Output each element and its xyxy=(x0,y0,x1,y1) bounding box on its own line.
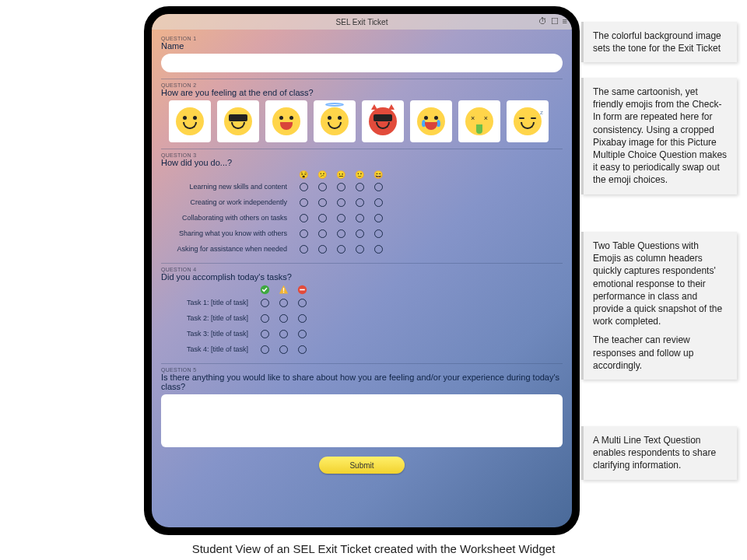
emoji-crying[interactable] xyxy=(410,100,452,142)
app-title: SEL Exit Ticket xyxy=(336,18,388,26)
row-label: Task 4: [title of task] xyxy=(161,345,254,353)
row-label: Learning new skills and content xyxy=(161,183,293,191)
matrix-row: Collaborating with others on tasks xyxy=(161,210,563,226)
column-emoji-icon: 😐 xyxy=(332,170,349,179)
row-label: Collaborating with others on tasks xyxy=(161,214,293,222)
matrix-row: Learning new skills and content xyxy=(161,179,563,194)
emoji-sleepy[interactable]: z xyxy=(507,100,549,142)
title-bar: SEL Exit Ticket ⏱ ☐ ≡ xyxy=(152,14,572,30)
radio-option[interactable] xyxy=(374,183,383,191)
divider xyxy=(161,363,563,364)
menu-icon[interactable]: ≡ xyxy=(563,16,567,26)
callout-emojis: The same cartoonish, yet friendly emojis… xyxy=(581,78,737,194)
emoji-cool-sunglasses[interactable] xyxy=(217,100,259,142)
svg-rect-2 xyxy=(282,292,283,292)
column-emoji-icon: 😄 xyxy=(370,170,387,179)
share-textarea[interactable] xyxy=(161,394,563,447)
form-content: QUESTION 1 Name QUESTION 2 How are you f… xyxy=(152,30,572,527)
q5-title: Is there anything you would like to shar… xyxy=(161,373,563,391)
emoji-angel[interactable] xyxy=(314,100,356,142)
radio-option[interactable] xyxy=(300,183,308,191)
q4-title: Did you accomplish today's tasks? xyxy=(161,272,563,282)
radio-option[interactable] xyxy=(318,214,327,222)
q1-label: QUESTION 1 xyxy=(161,36,563,41)
radio-option[interactable] xyxy=(300,245,308,254)
q3-label: QUESTION 3 xyxy=(161,152,563,158)
q1-title: Name xyxy=(161,41,563,51)
matrix-row: Task 2: [title of task] xyxy=(161,310,563,326)
column-emoji-icon: 😕 xyxy=(314,170,331,179)
radio-option[interactable] xyxy=(337,198,345,207)
radio-option[interactable] xyxy=(318,245,327,254)
column-emoji-icon: 🙂 xyxy=(351,170,368,179)
radio-option[interactable] xyxy=(261,299,269,307)
callout-tables: Two Table Questions with Emojis as colum… xyxy=(581,232,737,380)
radio-option[interactable] xyxy=(374,214,383,222)
radio-option[interactable] xyxy=(298,330,307,338)
radio-option[interactable] xyxy=(318,229,327,238)
row-label: Sharing what you know with others xyxy=(161,229,293,237)
radio-option[interactable] xyxy=(261,345,269,354)
callout-multiline: A Multi Line Text Question enables respo… xyxy=(581,426,737,480)
q2-title: How are you feeling at the end of class? xyxy=(161,88,563,97)
radio-option[interactable] xyxy=(298,345,307,354)
divider xyxy=(161,149,563,149)
radio-option[interactable] xyxy=(356,229,364,238)
radio-option[interactable] xyxy=(261,314,269,323)
tablet-frame: SEL Exit Ticket ⏱ ☐ ≡ QUESTION 1 Name QU… xyxy=(144,6,580,535)
radio-option[interactable] xyxy=(337,245,345,254)
column-emoji-icon: 😵 xyxy=(295,170,312,179)
clock-icon[interactable]: ⏱ xyxy=(538,16,547,26)
emoji-smiling[interactable] xyxy=(169,100,211,142)
radio-option[interactable] xyxy=(300,198,308,207)
radio-option[interactable] xyxy=(337,214,345,222)
radio-option[interactable] xyxy=(374,245,383,254)
svg-rect-4 xyxy=(300,289,305,291)
matrix-row: Asking for assistance when needed xyxy=(161,241,563,257)
not-done-icon xyxy=(293,285,310,295)
emoji-laughing[interactable] xyxy=(265,100,307,142)
radio-option[interactable] xyxy=(298,299,307,307)
radio-option[interactable] xyxy=(279,345,288,354)
q3-matrix: 😵😕😐🙂😄Learning new skills and contentCrea… xyxy=(161,170,563,257)
q4-label: QUESTION 4 xyxy=(161,267,563,272)
radio-option[interactable] xyxy=(279,299,288,307)
radio-option[interactable] xyxy=(337,183,345,191)
radio-option[interactable] xyxy=(318,198,327,207)
radio-option[interactable] xyxy=(318,183,327,191)
radio-option[interactable] xyxy=(374,229,383,238)
figure-caption: Student View of an SEL Exit Ticket creat… xyxy=(0,542,747,555)
radio-option[interactable] xyxy=(298,314,307,323)
row-label: Creating or work independently xyxy=(161,198,293,206)
name-input[interactable] xyxy=(161,54,563,72)
q2-label: QUESTION 2 xyxy=(161,82,563,88)
radio-option[interactable] xyxy=(356,198,364,207)
radio-option[interactable] xyxy=(279,330,288,338)
callout-background: The colorful background image sets the t… xyxy=(581,22,737,62)
radio-option[interactable] xyxy=(300,229,308,238)
matrix-row: Task 3: [title of task] xyxy=(161,326,563,341)
radio-option[interactable] xyxy=(337,229,345,238)
radio-option[interactable] xyxy=(300,214,308,222)
radio-option[interactable] xyxy=(356,245,364,254)
box-icon[interactable]: ☐ xyxy=(551,16,559,26)
radio-option[interactable] xyxy=(374,198,383,207)
matrix-row: Creating or work independently xyxy=(161,194,563,210)
matrix-row: Task 4: [title of task] xyxy=(161,341,563,357)
radio-option[interactable] xyxy=(356,214,364,222)
emoji-sick[interactable]: ×× xyxy=(458,100,500,142)
emoji-choice-row: ×× z xyxy=(161,100,563,142)
divider xyxy=(161,263,563,264)
partial-icon xyxy=(275,285,292,295)
row-label: Task 3: [title of task] xyxy=(161,330,254,338)
q3-title: How did you do...? xyxy=(161,158,563,167)
matrix-row: Task 1: [title of task] xyxy=(161,295,563,310)
row-label: Task 1: [title of task] xyxy=(161,299,254,306)
radio-option[interactable] xyxy=(261,330,269,338)
radio-option[interactable] xyxy=(356,183,364,191)
radio-option[interactable] xyxy=(279,314,288,323)
emoji-devil[interactable] xyxy=(362,100,404,142)
row-label: Task 2: [title of task] xyxy=(161,314,254,322)
q4-matrix: Task 1: [title of task]Task 2: [title of… xyxy=(161,285,563,357)
submit-button[interactable]: Submit xyxy=(319,457,405,474)
